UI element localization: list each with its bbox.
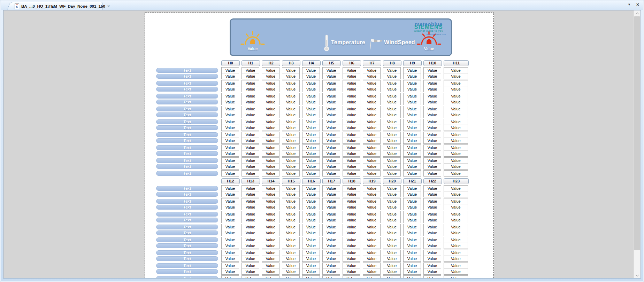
value-cell: Value [404, 237, 421, 243]
value-cell: Value [302, 132, 320, 138]
document-tab[interactable]: BA_...0_HQ_1\TEM_WF_Day_None_001_150 × [11, 2, 102, 10]
column-header: H15 [282, 178, 300, 184]
value-cell: Value [363, 99, 380, 105]
value-cell: Value [302, 158, 320, 163]
row-label-pill: Text [156, 199, 218, 204]
value-cell: Value [282, 80, 299, 86]
scrollbar-down-icon[interactable] [634, 272, 641, 278]
row-label-pill: Text [156, 230, 218, 235]
vertical-scrollbar[interactable] [634, 10, 641, 278]
column-header: H16 [302, 178, 321, 184]
column-header: H8 [383, 60, 401, 66]
row-label-pill: Text [156, 269, 218, 274]
value-cell: Value [444, 138, 468, 143]
value-cell: Value [383, 99, 400, 105]
value-cell: Value [323, 276, 340, 278]
value-cell: Value [222, 99, 239, 105]
value-cell: Value [343, 68, 360, 73]
value-cell: Value [424, 230, 441, 236]
value-cell: Value [222, 112, 239, 118]
value-cell: Value [262, 86, 279, 92]
value-cell: Value [282, 86, 299, 92]
value-cell: Value [282, 112, 299, 118]
value-cell: Value [222, 204, 239, 210]
value-cell: Value [262, 198, 279, 204]
value-cell: Value [302, 171, 320, 176]
value-cell: Value [262, 163, 279, 169]
value-cell: Value [343, 211, 360, 217]
scrollbar-up-icon[interactable] [634, 10, 641, 16]
row-label-pill: Text [156, 212, 218, 217]
value-cell: Value [323, 125, 340, 131]
tab-close-icon[interactable]: × [107, 4, 110, 8]
value-cell: Value [343, 256, 360, 261]
value-cell: Value [282, 250, 299, 256]
value-cell: Value [383, 268, 400, 274]
value-cell: Value [323, 138, 340, 143]
value-cell: Value [343, 93, 360, 99]
value-cell: Value [343, 80, 360, 86]
value-cell: Value [242, 243, 259, 249]
value-cell: Value [383, 276, 400, 278]
row-label-pill: Text [156, 243, 218, 248]
value-cell: Value [302, 276, 320, 278]
value-cell: Value [444, 230, 468, 236]
value-cell: Value [302, 268, 320, 274]
value-cell: Value [383, 86, 400, 92]
column-header: H11 [444, 60, 469, 66]
value-cell: Value [282, 263, 299, 268]
table-column: ValueValueValueValueValueValueValueValue… [383, 185, 401, 278]
value-cell: Value [242, 171, 259, 176]
value-cell: Value [424, 150, 441, 156]
value-cell: Value [302, 86, 320, 92]
value-cell: Value [444, 224, 468, 230]
value-cell: Value [343, 138, 360, 143]
value-cell: Value [302, 99, 320, 105]
column-header: H0 [221, 60, 240, 66]
value-cell: Value [383, 256, 400, 261]
value-cell: Value [262, 230, 279, 236]
value-cell: Value [262, 145, 279, 150]
value-cell: Value [242, 145, 259, 150]
table-column: ValueValueValueValueValueValueValueValue… [262, 67, 279, 177]
row-label-pill: Text [156, 192, 218, 197]
value-cell: Value [282, 224, 299, 230]
value-cell: Value [343, 73, 360, 79]
value-cell: Value [404, 158, 421, 163]
value-cell: Value [242, 211, 259, 217]
value-cell: Value [262, 171, 279, 176]
value-cell: Value [282, 243, 299, 249]
value-cell: Value [383, 119, 400, 125]
value-cell: Value [323, 112, 340, 118]
value-cell: Value [242, 119, 259, 125]
value-cell: Value [323, 86, 340, 92]
value-cell: Value [383, 211, 400, 217]
value-cell: Value [222, 191, 239, 197]
column-header: H22 [423, 178, 442, 184]
value-cell: Value [222, 125, 239, 131]
report-page: Value Temperature WindSpeed [145, 13, 494, 278]
scrollbar-thumb[interactable] [634, 16, 640, 250]
value-cell: Value [262, 186, 279, 191]
window-close-icon[interactable]: × [636, 3, 639, 7]
column-header: H6 [343, 60, 361, 66]
value-cell: Value [404, 99, 421, 105]
value-cell: Value [383, 243, 400, 249]
value-cell: Value [262, 112, 279, 118]
value-cell: Value [444, 263, 468, 268]
value-cell: Value [444, 145, 468, 150]
value-cell: Value [363, 73, 380, 79]
dropdown-arrow-icon[interactable]: ▼ [628, 3, 631, 7]
value-cell: Value [404, 276, 421, 278]
tab-title: BA_...0_HQ_1\TEM_WF_Day_None_001_150 [21, 4, 105, 8]
column-header: H3 [282, 60, 300, 66]
value-cell: Value [343, 268, 360, 274]
value-cell: Value [262, 93, 279, 99]
value-cell: Value [262, 132, 279, 138]
value-cell: Value [343, 112, 360, 118]
value-cell: Value [424, 263, 441, 268]
value-cell: Value [302, 80, 320, 86]
value-cell: Value [363, 198, 380, 204]
value-cell: Value [363, 230, 380, 236]
value-cell: Value [262, 191, 279, 197]
